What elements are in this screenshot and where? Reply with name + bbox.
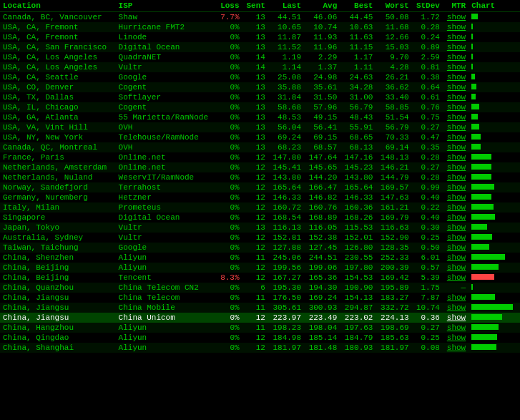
cell-best: 34.28 [340, 82, 376, 92]
table-row: USA, TX, DallasSoftlayer0%1331.8431.5031… [0, 92, 520, 102]
cell-last: 198.23 [268, 323, 304, 333]
cell-best: 146.33 [340, 192, 376, 202]
cell-last: 11.87 [268, 32, 304, 42]
cell-mtr[interactable]: show [443, 182, 469, 192]
cell-mtr[interactable]: show [443, 343, 469, 353]
cell-mtr[interactable]: show [443, 202, 469, 213]
cell-avg: 145.65 [304, 162, 340, 172]
cell-mtr[interactable]: show [443, 42, 469, 52]
cell-isp: Hurricane FMT2 [116, 22, 217, 32]
cell-mtr[interactable]: show [443, 253, 469, 263]
cell-location: Netherlands, Amsterdam [0, 162, 116, 172]
cell-mtr[interactable]: show [443, 82, 469, 92]
cell-mtr[interactable]: show [443, 102, 469, 112]
cell-mtr[interactable]: show [443, 192, 469, 202]
cell-location: China, Beijing [0, 273, 116, 283]
cell-isp: Terrahost [116, 182, 217, 192]
cell-mtr[interactable]: show [443, 303, 469, 313]
cell-mtr[interactable]: show [443, 122, 469, 132]
cell-mtr[interactable]: show [443, 52, 469, 62]
cell-mtr[interactable]: show [443, 293, 469, 303]
cell-mtr[interactable]: show [443, 162, 469, 172]
cell-chart [469, 112, 520, 122]
cell-mtr[interactable]: show [443, 223, 469, 233]
table-body: Canada, BC, VancouverShaw7.7%1344.5146.0… [0, 12, 520, 353]
cell-best: 190.90 [340, 283, 376, 293]
cell-loss: 0% [216, 22, 242, 32]
cell-sent: 13 [242, 72, 268, 82]
cell-sent: 12 [242, 233, 268, 243]
cell-last: 165.64 [268, 182, 304, 192]
chart-bar [471, 134, 481, 140]
cell-isp: Aliyun [116, 263, 217, 273]
cell-avg: 35.61 [304, 82, 340, 92]
col-loss: Loss [216, 0, 242, 12]
table-row: China, JiangsuChina Unicom0%12223.97223.… [0, 313, 520, 323]
cell-sent: 11 [242, 253, 268, 263]
cell-stdev: 0.81 [412, 62, 443, 72]
cell-mtr[interactable]: show [443, 313, 469, 323]
cell-mtr[interactable]: show [443, 32, 469, 42]
cell-best: 126.80 [340, 243, 376, 253]
cell-isp: China Unicom [116, 313, 217, 323]
cell-last: 176.50 [268, 293, 304, 303]
cell-last: 127.88 [268, 243, 304, 253]
cell-mtr[interactable]: show [443, 273, 469, 283]
cell-mtr[interactable]: show [443, 213, 469, 223]
cell-mtr[interactable]: show [443, 333, 469, 343]
cell-chart [469, 263, 520, 273]
table-row: France, ParisOnline.net0%12147.80147.641… [0, 152, 520, 162]
cell-stdev: 7.87 [412, 293, 443, 303]
cell-best: 165.64 [340, 182, 376, 192]
cell-mtr[interactable]: show [443, 152, 469, 162]
cell-stdev: 0.25 [412, 333, 443, 343]
ping-results-table: Location ISP Loss Sent Last Avg Best Wor… [0, 0, 520, 353]
cell-location: Australia, Sydney [0, 233, 116, 243]
chart-bar-container [471, 303, 514, 311]
cell-mtr[interactable]: show [443, 243, 469, 253]
cell-isp: WeservIT/RamNode [116, 172, 217, 182]
cell-mtr[interactable]: show [443, 22, 469, 32]
cell-mtr[interactable]: show [443, 233, 469, 243]
cell-sent: 12 [242, 202, 268, 213]
cell-mtr[interactable]: show [443, 323, 469, 333]
cell-mtr[interactable]: show [443, 92, 469, 102]
cell-best: 115.53 [340, 223, 376, 233]
chart-bar-container [471, 83, 514, 90]
cell-isp: Aliyun [116, 323, 217, 333]
chart-bar [471, 194, 491, 200]
cell-stdev: 0.40 [412, 213, 443, 223]
cell-mtr[interactable]: — [443, 283, 469, 293]
cell-mtr[interactable]: show [443, 62, 469, 72]
cell-mtr[interactable]: show [443, 12, 469, 23]
cell-mtr[interactable]: show [443, 132, 469, 142]
cell-chart [469, 162, 520, 172]
cell-best: 143.80 [340, 172, 376, 182]
cell-mtr[interactable]: show [443, 142, 469, 152]
table-row: Canada, QC, MontrealOVH0%1368.2368.5768.… [0, 142, 520, 152]
cell-chart [469, 152, 520, 162]
cell-mtr[interactable]: show [443, 172, 469, 182]
cell-worst: 33.40 [376, 92, 411, 102]
cell-worst: 161.21 [376, 202, 411, 213]
cell-worst: 51.54 [376, 112, 411, 122]
cell-last: 48.53 [268, 112, 304, 122]
cell-best: 294.87 [340, 303, 376, 313]
cell-chart [469, 102, 520, 112]
cell-worst: 15.03 [376, 42, 411, 52]
cell-last: 10.65 [268, 22, 304, 32]
cell-sent: 12 [242, 152, 268, 162]
chart-bar [471, 304, 513, 310]
cell-mtr[interactable]: show [443, 72, 469, 82]
cell-chart [469, 273, 520, 283]
cell-mtr[interactable]: show [443, 112, 469, 122]
cell-last: 181.97 [268, 343, 304, 353]
table-row: China, ShenzhenAliyun0%11245.06244.51230… [0, 253, 520, 263]
cell-mtr[interactable]: show [443, 263, 469, 273]
cell-worst: 69.14 [376, 142, 411, 152]
cell-avg: 11.93 [304, 32, 340, 42]
chart-bar-container [471, 123, 514, 130]
col-last: Last [268, 0, 304, 12]
cell-stdev: 0.25 [412, 233, 443, 243]
cell-avg: 185.14 [304, 333, 340, 343]
